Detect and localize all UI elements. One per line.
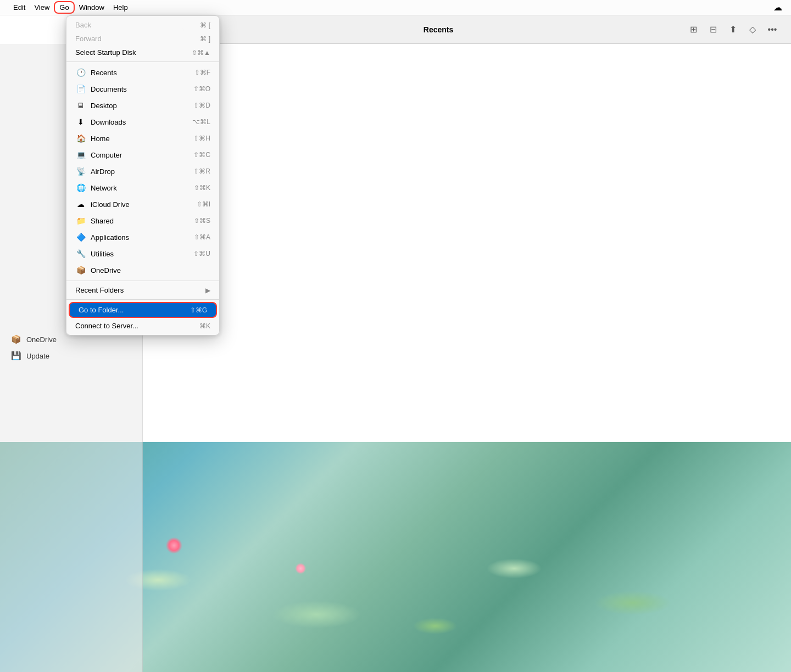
menu-item-downloads-shortcut: ⌥⌘L (192, 118, 210, 126)
menu-item-forward[interactable]: Forward ⌘ ] (66, 32, 219, 46)
menu-item-documents[interactable]: 📄 Documents ⇧⌘O (66, 81, 219, 97)
update-icon: 💾 (11, 351, 21, 361)
tag-icon[interactable]: ◇ (745, 22, 760, 37)
menu-item-connect-server-shortcut: ⌘K (199, 322, 210, 330)
menu-item-documents-shortcut: ⇧⌘O (193, 85, 210, 93)
sidebar-item-update-label: Update (26, 352, 49, 360)
menu-item-utilities-shortcut: ⇧⌘U (193, 250, 210, 257)
menu-item-computer[interactable]: 💻 Computer ⇧⌘C (66, 147, 219, 163)
menu-item-airdrop-label: AirDrop (91, 167, 193, 176)
menu-item-back-shortcut: ⌘ [ (200, 21, 210, 29)
menu-item-startup-disk-label: Select Startup Disk (75, 48, 192, 57)
menu-item-desktop-shortcut: ⇧⌘D (193, 102, 210, 109)
menu-item-recents[interactable]: 🕐 Recents ⇧⌘F (66, 64, 219, 81)
network-icon: 🌐 (75, 182, 86, 193)
toolbar-title: Recents (198, 25, 679, 34)
shared-icon: 📁 (75, 215, 86, 226)
menu-item-recents-shortcut: ⇧⌘F (194, 69, 210, 76)
menubar-go[interactable]: Go (54, 1, 74, 14)
menu-item-startup-disk-shortcut: ⇧⌘▲ (192, 49, 210, 57)
menu-item-utilities-label: Utilities (91, 250, 193, 258)
menubar: Edit View Go Window Help ☁ (0, 0, 791, 15)
menu-item-go-to-folder[interactable]: Go to Folder... ⇧⌘G (69, 302, 217, 318)
menu-item-onedrive-label: OneDrive (91, 266, 210, 275)
menu-item-shared-label: Shared (91, 217, 194, 225)
menu-item-connect-server[interactable]: Connect to Server... ⌘K (66, 319, 219, 333)
menu-item-recent-folders-label: Recent Folders (75, 286, 205, 294)
menubar-edit[interactable]: Edit (9, 2, 30, 13)
menu-item-network-shortcut: ⇧⌘K (194, 184, 210, 192)
menu-item-network-label: Network (91, 184, 194, 192)
menu-item-icloud-label: iCloud Drive (91, 200, 197, 209)
finder-toolbar: ‹ › Recents ⊞ ⊟ ⬆ ◇ ••• (143, 15, 791, 44)
menu-item-utilities[interactable]: 🔧 Utilities ⇧⌘U (66, 245, 219, 262)
menu-item-shared[interactable]: 📁 Shared ⇧⌘S (66, 212, 219, 229)
share-icon[interactable]: ⬆ (725, 22, 740, 37)
menu-item-forward-shortcut: ⌘ ] (200, 35, 210, 43)
menu-item-recent-folders[interactable]: Recent Folders ▶ (66, 283, 219, 297)
icloud-icon: ☁ (75, 199, 86, 210)
submenu-arrow-icon: ▶ (205, 287, 210, 294)
more-icon[interactable]: ••• (765, 22, 780, 37)
menu-item-desktop-label: Desktop (91, 102, 193, 110)
menu-item-computer-label: Computer (91, 151, 193, 159)
menu-item-onedrive[interactable]: 📦 OneDrive (66, 262, 219, 278)
menu-item-icloud[interactable]: ☁ iCloud Drive ⇧⌘I (66, 196, 219, 212)
separator-2 (66, 281, 219, 281)
menu-item-back[interactable]: Back ⌘ [ (66, 18, 219, 32)
desktop-icon: 🖥 (75, 100, 86, 111)
onedrive-icon: 📦 (11, 334, 21, 344)
menu-item-home[interactable]: 🏠 Home ⇧⌘H (66, 130, 219, 147)
menu-item-startup-disk[interactable]: Select Startup Disk ⇧⌘▲ (66, 46, 219, 59)
menu-item-downloads[interactable]: ⬇ Downloads ⌥⌘L (66, 114, 219, 130)
menu-item-recents-label: Recents (91, 69, 194, 77)
sidebar-item-update[interactable]: 💾 Update (0, 348, 143, 364)
menu-item-applications-label: Applications (91, 233, 194, 242)
system-icon: ☁ (773, 2, 782, 13)
airdrop-icon: 📡 (75, 166, 86, 177)
utilities-icon: 🔧 (75, 248, 86, 259)
home-icon: 🏠 (75, 133, 86, 144)
menu-item-home-label: Home (91, 135, 193, 143)
menubar-help[interactable]: Help (109, 2, 132, 13)
view-grid-icon[interactable]: ⊞ (686, 22, 701, 37)
menubar-window[interactable]: Window (75, 2, 109, 13)
menu-item-forward-label: Forward (75, 35, 200, 43)
documents-icon: 📄 (75, 83, 86, 94)
menu-item-home-shortcut: ⇧⌘H (193, 135, 210, 142)
menu-item-network[interactable]: 🌐 Network ⇧⌘K (66, 180, 219, 196)
sidebar-item-onedrive-label: OneDrive (26, 335, 57, 344)
menu-item-connect-server-label: Connect to Server... (75, 322, 199, 330)
downloads-icon: ⬇ (75, 116, 86, 127)
applications-icon: 🔷 (75, 232, 86, 243)
menu-item-icloud-shortcut: ⇧⌘I (197, 200, 210, 208)
recents-icon: 🕐 (75, 67, 86, 78)
menu-item-go-to-folder-label: Go to Folder... (79, 306, 190, 314)
menu-item-downloads-label: Downloads (91, 118, 192, 126)
computer-icon: 💻 (75, 149, 86, 160)
menu-item-applications[interactable]: 🔷 Applications ⇧⌘A (66, 229, 219, 245)
go-menu: Back ⌘ [ Forward ⌘ ] Select Startup Disk… (66, 15, 220, 335)
separator-3 (66, 299, 219, 300)
menubar-view[interactable]: View (30, 2, 54, 13)
onedrive-menu-icon: 📦 (75, 265, 86, 276)
separator-1 (66, 61, 219, 62)
menu-item-airdrop[interactable]: 📡 AirDrop ⇧⌘R (66, 163, 219, 180)
menu-item-go-to-folder-shortcut: ⇧⌘G (190, 306, 207, 314)
menu-item-documents-label: Documents (91, 85, 193, 93)
menu-item-computer-shortcut: ⇧⌘C (193, 151, 210, 159)
view-options-icon[interactable]: ⊟ (705, 22, 721, 37)
menu-item-applications-shortcut: ⇧⌘A (194, 233, 210, 241)
menu-item-airdrop-shortcut: ⇧⌘R (193, 167, 210, 175)
menu-item-desktop[interactable]: 🖥 Desktop ⇧⌘D (66, 97, 219, 114)
menu-item-shared-shortcut: ⇧⌘S (194, 217, 210, 225)
menu-item-back-label: Back (75, 21, 200, 29)
